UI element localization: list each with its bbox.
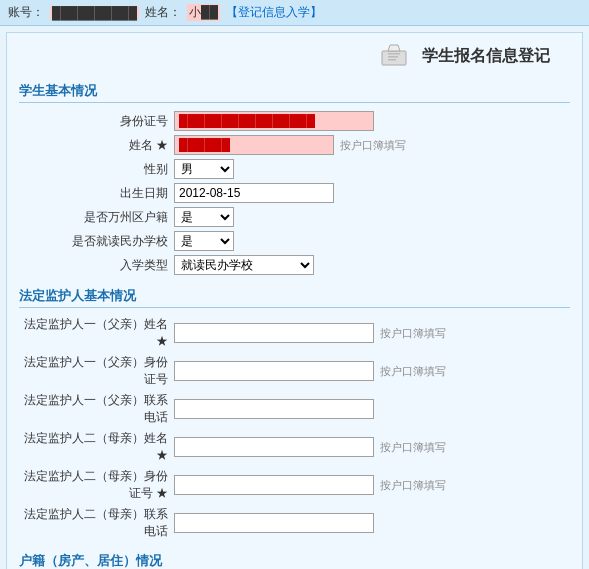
page-title-area: 学生报名信息登记 (19, 41, 570, 72)
row-birth: 出生日期 (19, 181, 570, 205)
guardian-input-4[interactable] (174, 475, 374, 495)
guardian-input-1[interactable] (174, 361, 374, 381)
page-title: 学生报名信息登记 (422, 46, 550, 67)
guardian-input-5[interactable] (174, 513, 374, 533)
enroll-type-label: 入学类型 (19, 257, 174, 274)
guardian-row-4: 法定监护人二（母亲）身份证号 ★按户口簿填写 (19, 466, 570, 504)
row-enroll-type: 入学类型 就读民办学校 其他 (19, 253, 570, 277)
enroll-type-select[interactable]: 就读民办学校 其他 (174, 255, 314, 275)
account-label: 账号： (8, 4, 44, 21)
gender-value-area: 男 女 (174, 159, 570, 179)
gender-select[interactable]: 男 女 (174, 159, 234, 179)
guardian-value-0: 按户口簿填写 (174, 323, 570, 343)
row-minban: 是否就读民办学校 是 否 (19, 229, 570, 253)
wanzhou-select[interactable]: 是 否 (174, 207, 234, 227)
section-guardian: 法定监护人基本情况 (19, 287, 570, 308)
birth-label: 出生日期 (19, 185, 174, 202)
main-container: 学生报名信息登记 学生基本情况 身份证号 姓名 ★ 按户口簿填写 性别 男 女 … (6, 32, 583, 569)
account-value: ██████████ (50, 6, 139, 20)
svg-marker-1 (388, 45, 400, 51)
svg-rect-3 (388, 56, 398, 58)
row-gender: 性别 男 女 (19, 157, 570, 181)
guardian-label-2: 法定监护人一（父亲）联系电话 (19, 392, 174, 426)
guardian-row-0: 法定监护人一（父亲）姓名 ★按户口簿填写 (19, 314, 570, 352)
guardian-hint-4: 按户口簿填写 (380, 478, 446, 493)
minban-label: 是否就读民办学校 (19, 233, 174, 250)
name-label: 姓名 ★ (19, 137, 174, 154)
guardian-row-3: 法定监护人二（母亲）姓名 ★按户口簿填写 (19, 428, 570, 466)
guardian-value-5 (174, 513, 570, 533)
guardian-label-0: 法定监护人一（父亲）姓名 ★ (19, 316, 174, 350)
name-value: 小██ (187, 4, 220, 21)
guardian-label-5: 法定监护人二（母亲）联系电话 (19, 506, 174, 540)
name-label: 姓名： (145, 4, 181, 21)
wanzhou-label: 是否万州区户籍 (19, 209, 174, 226)
guardian-row-5: 法定监护人二（母亲）联系电话 (19, 504, 570, 542)
name-hint: 按户口簿填写 (340, 138, 406, 153)
id-number-label: 身份证号 (19, 113, 174, 130)
guardian-hint-0: 按户口簿填写 (380, 326, 446, 341)
guardian-fields: 法定监护人一（父亲）姓名 ★按户口簿填写法定监护人一（父亲）身份证号按户口簿填写… (19, 314, 570, 542)
guardian-hint-1: 按户口簿填写 (380, 364, 446, 379)
row-id-number: 身份证号 (19, 109, 570, 133)
guardian-input-0[interactable] (174, 323, 374, 343)
guardian-row-2: 法定监护人一（父亲）联系电话 (19, 390, 570, 428)
row-name: 姓名 ★ 按户口簿填写 (19, 133, 570, 157)
birth-value-area (174, 183, 570, 203)
enroll-type-value-area: 就读民办学校 其他 (174, 255, 570, 275)
register-link[interactable]: 【登记信息入学】 (226, 4, 322, 21)
guardian-value-4: 按户口簿填写 (174, 475, 570, 495)
guardian-label-3: 法定监护人二（母亲）姓名 ★ (19, 430, 174, 464)
guardian-hint-3: 按户口簿填写 (380, 440, 446, 455)
id-number-value (174, 111, 570, 131)
row-wanzhou: 是否万州区户籍 是 否 (19, 205, 570, 229)
name-value-area: 按户口簿填写 (174, 135, 570, 155)
name-input[interactable] (174, 135, 334, 155)
guardian-label-1: 法定监护人一（父亲）身份证号 (19, 354, 174, 388)
section-huji: 户籍（房产、居住）情况 (19, 552, 570, 569)
guardian-input-2[interactable] (174, 399, 374, 419)
guardian-value-2 (174, 399, 570, 419)
gender-label: 性别 (19, 161, 174, 178)
minban-select[interactable]: 是 否 (174, 231, 234, 251)
section-basic: 学生基本情况 (19, 82, 570, 103)
guardian-row-1: 法定监护人一（父亲）身份证号按户口簿填写 (19, 352, 570, 390)
guardian-label-4: 法定监护人二（母亲）身份证号 ★ (19, 468, 174, 502)
guardian-input-3[interactable] (174, 437, 374, 457)
birth-input[interactable] (174, 183, 334, 203)
id-number-input[interactable] (174, 111, 374, 131)
guardian-value-1: 按户口簿填写 (174, 361, 570, 381)
svg-rect-4 (388, 59, 396, 61)
wanzhou-value-area: 是 否 (174, 207, 570, 227)
top-bar: 账号： ██████████ 姓名： 小██ 【登记信息入学】 (0, 0, 589, 26)
guardian-value-3: 按户口簿填写 (174, 437, 570, 457)
svg-rect-2 (388, 53, 400, 55)
minban-value-area: 是 否 (174, 231, 570, 251)
pencil-icon (374, 41, 414, 72)
